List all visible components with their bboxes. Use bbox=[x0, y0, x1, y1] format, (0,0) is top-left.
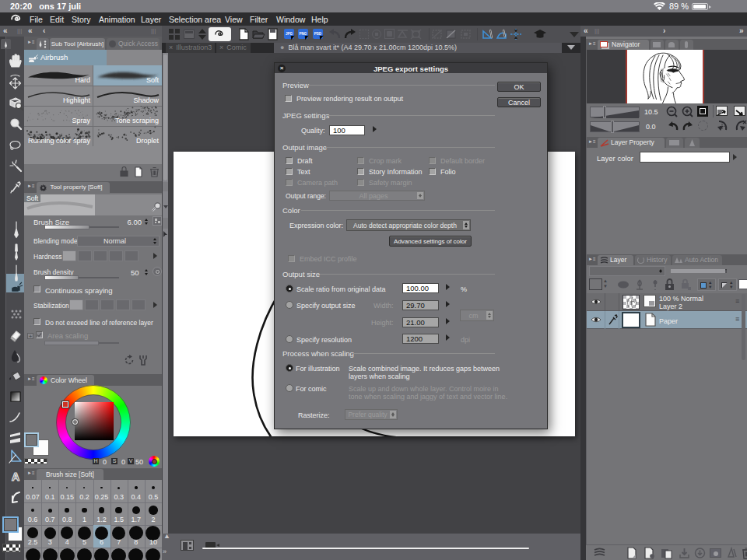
svg-text:A: A bbox=[12, 471, 19, 483]
